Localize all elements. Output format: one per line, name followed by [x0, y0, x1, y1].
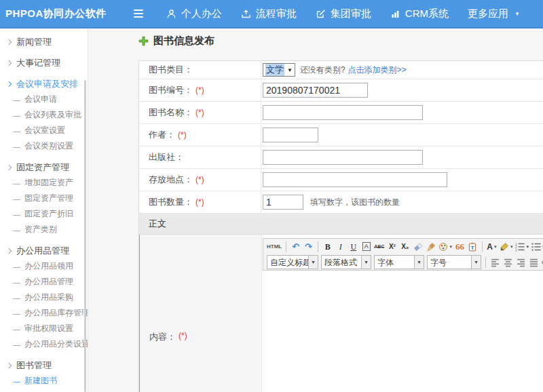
row-author: 作者： (*): [139, 124, 543, 146]
bold-button[interactable]: B: [322, 240, 333, 253]
italic-button[interactable]: I: [335, 240, 346, 253]
ol-icon: 123: [515, 242, 525, 252]
heading-select[interactable]: 自定义标题▼: [267, 255, 318, 269]
sidebar-scrollbar[interactable]: [84, 80, 86, 392]
sidebar-item-大事记管理[interactable]: 大事记管理: [0, 55, 88, 71]
blockquote-button[interactable]: 66: [454, 240, 466, 253]
dash-bullet: —: [13, 340, 20, 349]
font-color-button[interactable]: A▾: [486, 240, 498, 253]
nav-workflow-approval[interactable]: 流程审批: [231, 0, 306, 27]
book-number-input[interactable]: [263, 83, 368, 98]
dash-bullet: —: [13, 226, 20, 234]
paste-text-button[interactable]: T: [467, 240, 479, 253]
chevron-right-icon: [6, 81, 12, 86]
dash-bullet: —: [13, 210, 20, 218]
sidebar-item-办公用品分类设置[interactable]: —办公用品分类设置: [0, 336, 88, 352]
align-center-button[interactable]: [502, 256, 514, 269]
undo-button[interactable]: ↶: [290, 240, 301, 253]
book-form: 图书类目： 文学 ▼ 还没有类别? 点击添加类别>> 图书编号： (*): [138, 60, 543, 392]
dash-bullet: —: [13, 278, 20, 286]
sidebar-item-增加固定资产[interactable]: —增加固定资产: [0, 175, 88, 191]
sidebar-item-会议室设置[interactable]: —会议室设置: [0, 123, 88, 138]
category-hint: 还没有类别?: [300, 64, 345, 76]
chevron-right-icon: [6, 39, 12, 44]
dash-bullet: —: [13, 262, 20, 271]
highlight-color-button[interactable]: ▾: [499, 240, 514, 253]
editor-toolbar-row2: 自定义标题▼段落格式▼字体▼字号▼: [263, 254, 543, 270]
bullet-list-button[interactable]: ▾: [531, 240, 543, 253]
paragraph-format-select[interactable]: 段落格式▼: [321, 255, 371, 269]
sidebar-item-会议申请[interactable]: —会议申请: [0, 92, 88, 107]
sidebar-item-办公用品管理[interactable]: 办公用品管理: [0, 243, 88, 258]
align-right-button[interactable]: [515, 256, 527, 269]
toolbar-separator: [482, 241, 483, 252]
sidebar-item-会议类别设置[interactable]: —会议类别设置: [0, 138, 88, 154]
editor-content-area[interactable]: [263, 270, 543, 271]
format-brush-button[interactable]: [425, 240, 436, 253]
sidebar-item-办公用品库存管理[interactable]: —办公用品库存管理: [0, 305, 88, 321]
sidebar-item-固定资产折旧[interactable]: —固定资产折旧: [0, 206, 88, 222]
dash-bullet: —: [13, 127, 20, 135]
justify-button[interactable]: [528, 256, 540, 269]
svg-text:3: 3: [515, 248, 517, 251]
subscript-button[interactable]: X₂: [399, 240, 411, 253]
sidebar-item-新建图书[interactable]: —新建图书: [0, 373, 88, 389]
page-title-text: 图书信息发布: [153, 35, 214, 47]
align-left-button[interactable]: [489, 256, 501, 269]
category-select[interactable]: 文学 ▼: [263, 63, 295, 77]
font-family-select[interactable]: 字体▼: [374, 255, 424, 269]
sidebar-item-办公用品管理[interactable]: —办公用品管理: [0, 274, 88, 290]
sidebar-item-label: 会议类别设置: [24, 140, 73, 152]
chevron-down-icon: ▾: [449, 244, 452, 250]
chevron-down-icon: ▼: [414, 256, 424, 269]
location-input[interactable]: [263, 172, 447, 187]
sidebar-item-固定资产管理[interactable]: —固定资产管理: [0, 191, 88, 206]
strikethrough-button[interactable]: ABC: [373, 240, 385, 253]
marker-icon: [500, 242, 509, 252]
sidebar-item-办公用品采购[interactable]: —办公用品采购: [0, 290, 88, 305]
author-input[interactable]: [263, 128, 318, 142]
dash-bullet: —: [13, 142, 20, 151]
sidebar-item-办公用品领用[interactable]: —办公用品领用: [0, 258, 88, 274]
menu-toggle-button[interactable]: [131, 7, 146, 20]
auto-typeset-button[interactable]: ▾: [438, 240, 453, 253]
edit-icon: [316, 9, 326, 19]
location-label: 存放地点：: [149, 174, 193, 186]
remove-format-button[interactable]: [412, 240, 424, 253]
sidebar-item-图书管理[interactable]: —图书管理: [0, 389, 88, 392]
row-book-number: 图书编号： (*): [139, 79, 543, 102]
source-code-button[interactable]: HTML: [266, 240, 282, 253]
add-category-link[interactable]: 点击添加类别>>: [348, 64, 407, 76]
dash-bullet: —: [13, 294, 20, 302]
justify-icon: [529, 258, 538, 267]
sidebar-item-资产类别[interactable]: —资产类别: [0, 222, 88, 237]
brush-icon: [426, 242, 436, 252]
nav-more-apps[interactable]: 更多应用▼: [458, 0, 529, 27]
sidebar-item-审批权限设置[interactable]: —审批权限设置: [0, 321, 88, 336]
hamburger-icon: [134, 9, 143, 11]
row-quantity: 图书数量： (*) 填写数字，该图书的数量: [139, 191, 543, 214]
dash-bullet: —: [13, 309, 20, 317]
char-border-button[interactable]: A: [360, 240, 372, 253]
quantity-input[interactable]: [263, 195, 303, 210]
book-name-input[interactable]: [263, 105, 423, 120]
nav-crm-system[interactable]: CRM系统: [381, 0, 458, 27]
sidebar-item-图书管理[interactable]: 图书管理: [0, 357, 88, 373]
sidebar-item-会议申请及安排[interactable]: 会议申请及安排: [0, 76, 88, 92]
nav-personal-office[interactable]: 个人办公: [157, 0, 231, 27]
sidebar-item-固定资产管理[interactable]: 固定资产管理: [0, 159, 88, 175]
superscript-button[interactable]: X²: [386, 240, 398, 253]
ordered-list-button[interactable]: 123▾: [514, 240, 529, 253]
sidebar-menu: 新闻管理大事记管理会议申请及安排—会议申请—会议列表及审批—会议室设置—会议类别…: [0, 34, 88, 392]
required-mark: (*): [178, 130, 187, 140]
top-menu: 个人办公流程审批集团审批CRM系统更多应用▼: [157, 0, 529, 27]
sidebar-item-label: 会议申请: [24, 94, 57, 105]
nav-group-approval[interactable]: 集团审批: [306, 0, 381, 27]
redo-button[interactable]: ↷: [303, 240, 314, 253]
app-title: PHPOA协同办公软件: [5, 7, 107, 20]
sidebar-item-新闻管理[interactable]: 新闻管理: [0, 34, 88, 50]
font-size-select[interactable]: 字号▼: [427, 255, 481, 269]
underline-button[interactable]: U: [348, 240, 359, 253]
publisher-input[interactable]: [263, 150, 423, 165]
sidebar-item-会议列表及审批[interactable]: —会议列表及审批: [0, 107, 88, 123]
